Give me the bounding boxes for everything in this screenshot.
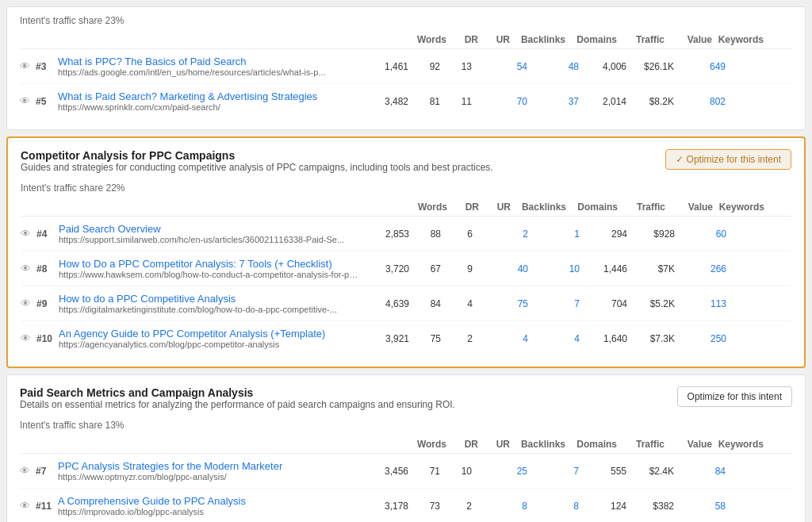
section-title-block: Competitor Analysis for PPC Campaigns Gu… [21, 149, 493, 179]
row-backlinks: 2 [473, 228, 528, 240]
row-domains: 8 [527, 501, 579, 512]
section-desc: Guides and strategies for conducting com… [21, 162, 493, 173]
row-url: https://support.similarweb.com/hc/en-us/… [59, 235, 360, 244]
row-url-block: What is PPC? The Basics of Paid Search h… [58, 56, 361, 77]
row-keywords: 250 [675, 333, 726, 344]
row-words: 3,921 [362, 333, 409, 344]
row-traffic: 2,014 [579, 96, 626, 107]
optimize-button[interactable]: Optimize for this intent [677, 386, 792, 407]
top-table: Words DR UR Backlinks Domains Traffic Va… [20, 31, 792, 118]
row-title-link[interactable]: What is PPC? The Basics of Paid Search [58, 56, 359, 67]
table-row: 👁 #7 PPC Analysis Strategies for the Mod… [20, 454, 792, 489]
row-backlinks: 75 [473, 298, 528, 309]
row-words: 2,853 [362, 228, 409, 240]
eye-icon[interactable]: 👁 [20, 465, 36, 477]
row-dr: 75 [409, 333, 441, 344]
row-backlinks: 8 [472, 501, 527, 512]
row-keywords: 84 [674, 466, 726, 477]
table-row: 👁 #10 An Agency Guide to PPC Competitor … [21, 321, 791, 355]
row-dr: 67 [409, 263, 441, 274]
row-url-block: How to Do a PPC Competitor Analysis: 7 T… [59, 258, 362, 279]
row-keywords: 649 [674, 61, 726, 72]
eye-icon[interactable]: 👁 [21, 263, 36, 274]
page-wrapper: Intent's traffic share 23% Words DR UR B… [0, 0, 812, 522]
optimize-button[interactable]: Optimize for this intent [665, 149, 791, 170]
row-value: $382 [626, 501, 674, 512]
row-domains: 48 [527, 61, 579, 72]
row-ur: 6 [441, 228, 473, 240]
row-dr: 71 [408, 466, 440, 477]
row-domains: 37 [527, 96, 579, 107]
row-title-link[interactable]: PPC Analysis Strategies for the Modern M… [58, 460, 359, 472]
eye-icon[interactable]: 👁 [21, 228, 36, 240]
row-url: https://digitalmarketinginstitute.com/bl… [59, 305, 360, 314]
top-col-headers: Words DR UR Backlinks Domains Traffic Va… [20, 31, 792, 49]
row-rank: #11 [36, 501, 58, 512]
row-ur: 10 [440, 466, 472, 477]
row-url-block: Paid Search Overview https://support.sim… [59, 223, 362, 244]
eye-icon[interactable]: 👁 [20, 60, 36, 72]
row-value: $7K [627, 263, 675, 274]
row-url: https://www.optmyzr.com/blog/ppc-analysi… [58, 472, 359, 482]
row-url: https://www.hawksem.com/blog/how-to-cond… [59, 270, 360, 279]
table-row: 👁 #4 Paid Search Overview https://suppor… [21, 217, 791, 251]
table-row: 👁 #5 What is Paid Search? Marketing & Ad… [20, 84, 792, 118]
row-dr: 81 [408, 96, 440, 107]
section-title: Paid Search Metrics and Campaign Analysi… [20, 386, 455, 399]
top-traffic-share: Intent's traffic share 23% [20, 15, 792, 26]
row-domains: 7 [527, 466, 579, 477]
row-dr: 73 [408, 501, 440, 512]
section-desc: Details on essential metrics for analyzi… [20, 399, 455, 410]
row-url-block: An Agency Guide to PPC Competitor Analys… [59, 328, 362, 349]
row-title-link[interactable]: What is Paid Search? Marketing & Adverti… [58, 90, 359, 102]
row-ur: 9 [441, 263, 473, 274]
row-traffic: 124 [579, 501, 626, 512]
eye-icon[interactable]: 👁 [21, 297, 36, 309]
row-keywords: 113 [675, 298, 726, 309]
row-value: $8.2K [626, 96, 674, 107]
row-dr: 84 [409, 298, 441, 309]
col-headers: Words DR UR Backlinks Domains Traffic Va… [21, 198, 791, 217]
row-url-block: A Comprehensive Guide to PPC Analysis ht… [58, 495, 361, 516]
table-row: 👁 #8 How to Do a PPC Competitor Analysis… [21, 251, 791, 286]
row-words: 1,461 [361, 61, 408, 72]
row-backlinks: 4 [473, 333, 528, 344]
row-url-block: PPC Analysis Strategies for the Modern M… [58, 460, 361, 482]
row-title-link[interactable]: How to do a PPC Competitive Analysis [59, 293, 360, 305]
row-url: https://improvado.io/blog/ppc-analysis [58, 507, 359, 516]
row-ur: 2 [441, 333, 473, 344]
row-traffic: 1,640 [580, 333, 627, 344]
row-words: 3,456 [361, 466, 408, 477]
section-title-block: Paid Search Metrics and Campaign Analysi… [20, 386, 455, 416]
section-title: Competitor Analysis for PPC Campaigns [21, 149, 493, 162]
row-traffic: 1,446 [580, 263, 627, 274]
row-title-link[interactable]: How to Do a PPC Competitor Analysis: 7 T… [59, 258, 360, 270]
competitor-table: Words DR UR Backlinks Domains Traffic Va… [21, 198, 791, 355]
table-row: 👁 #3 What is PPC? The Basics of Paid Sea… [20, 49, 792, 84]
row-value: $7.3K [627, 333, 675, 344]
row-title-link[interactable]: A Comprehensive Guide to PPC Analysis [58, 495, 359, 507]
row-value: $5.2K [627, 298, 675, 309]
col-headers: Words DR UR Backlinks Domains Traffic Va… [20, 436, 792, 454]
section-header: Paid Search Metrics and Campaign Analysi… [20, 386, 792, 416]
row-words: 3,720 [362, 263, 409, 274]
row-keywords: 60 [675, 228, 726, 240]
row-rank: #10 [36, 333, 59, 344]
row-rank: #4 [36, 228, 59, 240]
eye-icon[interactable]: 👁 [21, 332, 36, 344]
row-dr: 92 [408, 61, 440, 72]
row-title-link[interactable]: Paid Search Overview [59, 223, 360, 235]
competitor-analysis-section: Competitor Analysis for PPC Campaigns Gu… [6, 136, 806, 368]
eye-icon[interactable]: 👁 [20, 500, 36, 512]
row-rank: #9 [36, 298, 59, 309]
row-ur: 11 [440, 96, 472, 107]
row-ur: 2 [440, 501, 472, 512]
row-rank: #5 [36, 96, 58, 107]
row-rank: #3 [36, 61, 58, 72]
row-ur: 13 [440, 61, 472, 72]
row-ur: 4 [441, 298, 473, 309]
eye-icon[interactable]: 👁 [20, 95, 36, 107]
table-row: 👁 #11 A Comprehensive Guide to PPC Analy… [20, 489, 792, 522]
row-title-link[interactable]: An Agency Guide to PPC Competitor Analys… [59, 328, 360, 340]
row-value: $928 [627, 228, 675, 240]
